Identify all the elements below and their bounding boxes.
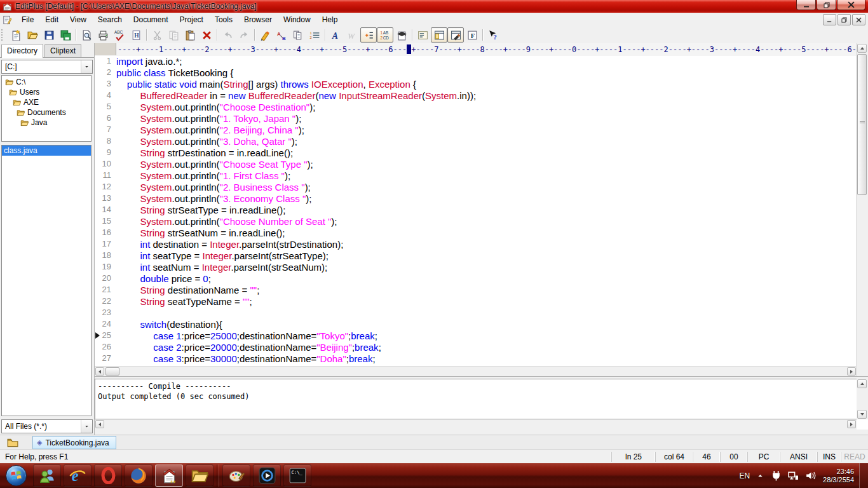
mdi-minimize-button[interactable] <box>823 14 836 25</box>
menu-item-view[interactable]: View <box>64 13 92 26</box>
menu-item-window[interactable]: Window <box>278 13 316 26</box>
code-line-6[interactable]: 6 System.out.println("1. Tokyo, Japan ")… <box>95 113 857 125</box>
code-line-26[interactable]: 26 case 2:price=20000;destinationName="B… <box>95 342 857 353</box>
context-help-button[interactable] <box>485 27 501 43</box>
taskbar-editplus[interactable]: ++ <box>155 464 183 487</box>
undo-button[interactable] <box>219 27 236 43</box>
file-item-classjava[interactable]: class.java <box>2 146 91 156</box>
vertical-scroll-thumb[interactable] <box>857 54 867 195</box>
document-tab-ticketbooking[interactable]: ◈ TicketBooking.java <box>32 436 116 449</box>
code-line-27[interactable]: 27 case 3:price=30000;destinationName="D… <box>95 353 857 365</box>
mdi-close-button[interactable] <box>852 14 865 25</box>
restore-button[interactable] <box>817 0 836 10</box>
code-line-10[interactable]: 10 System.out.println("Choose Seat Type … <box>95 159 857 170</box>
menu-item-file[interactable]: File <box>16 13 39 26</box>
taskbar-paint[interactable] <box>222 464 250 487</box>
scroll-right-button[interactable] <box>847 420 856 428</box>
print-preview-button[interactable] <box>78 27 95 43</box>
menu-item-project[interactable]: Project <box>174 13 209 26</box>
code-line-17[interactable]: 17 int destination = Integer.parseInt(st… <box>95 239 857 250</box>
code-line-16[interactable]: 16 String strSeatNum = in.readLine(); <box>95 227 857 239</box>
code-line-12[interactable]: 12 System.out.println("2. Business Class… <box>95 182 857 193</box>
code-line-4[interactable]: 4 BufferedReader in = new BufferedReader… <box>95 90 857 102</box>
code-line-25[interactable]: 25 case 1:price=25000;destinationName="T… <box>95 330 857 342</box>
network-icon[interactable] <box>785 463 802 488</box>
code-line-19[interactable]: 19 int seatNum = Integer.parseInt(strSea… <box>95 262 857 273</box>
mark-button[interactable] <box>257 27 273 43</box>
spell-check-button[interactable] <box>111 27 128 43</box>
scroll-up-button[interactable] <box>857 379 867 388</box>
copy-button[interactable] <box>165 27 182 43</box>
tree-item-users[interactable]: Users <box>2 87 91 97</box>
toolbar-window-toggle[interactable] <box>447 27 464 43</box>
redo-button[interactable] <box>236 27 252 43</box>
tab-cliptext[interactable]: Cliptext <box>44 44 81 57</box>
tree-item-java[interactable]: Java <box>2 118 91 128</box>
directory-window-toggle[interactable] <box>431 27 447 43</box>
code-line-5[interactable]: 5 System.out.println("Choose Destination… <box>95 102 857 113</box>
tab-directory[interactable]: Directory <box>1 44 43 58</box>
taskbar-internet-explorer[interactable]: e <box>64 464 92 487</box>
code-line-3[interactable]: 3 public static void main(String[] args)… <box>95 79 857 90</box>
code-line-1[interactable]: 1import java.io.*; <box>95 56 857 67</box>
menu-item-tools[interactable]: Tools <box>209 13 238 26</box>
taskbar-start-button[interactable] <box>1 464 31 487</box>
scroll-left-button[interactable] <box>95 420 104 428</box>
code-line-20[interactable]: 20 double price = 0; <box>95 273 857 285</box>
editor-vertical-scrollbar[interactable] <box>856 43 868 376</box>
power-plug-icon[interactable] <box>768 463 785 488</box>
new-document-button[interactable] <box>8 27 24 43</box>
tree-item-axe[interactable]: AXE <box>2 97 91 107</box>
delete-button[interactable] <box>198 27 215 43</box>
language-indicator[interactable]: EN <box>736 463 753 488</box>
find-in-files-button[interactable] <box>290 27 306 43</box>
word-wrap-button[interactable] <box>344 27 360 43</box>
ruler-toggle[interactable] <box>377 27 393 43</box>
title-bar[interactable]: EditPlus [Default] - [C:\Users\AXE\Docum… <box>0 0 868 13</box>
cut-button[interactable] <box>149 27 165 43</box>
code-line-23[interactable]: 23 <box>95 308 857 319</box>
code-line-13[interactable]: 13 System.out.println("3. Economy Class … <box>95 193 857 205</box>
menu-item-help[interactable]: Help <box>316 13 344 26</box>
code-line-24[interactable]: 24 switch(destination){ <box>95 319 857 330</box>
toolbar-drag-handle[interactable] <box>1 29 6 41</box>
taskbar-command-prompt[interactable]: C:\_ <box>283 464 311 487</box>
file-filter-selector[interactable]: All Files (*.*) <box>1 419 93 433</box>
open-file-button[interactable] <box>24 27 41 43</box>
paste-button[interactable] <box>182 27 198 43</box>
menu-item-edit[interactable]: Edit <box>39 13 64 26</box>
print-button[interactable] <box>95 27 111 43</box>
code-line-15[interactable]: 15 System.out.println("Choose Number of … <box>95 216 857 227</box>
menu-item-document[interactable]: Document <box>128 13 174 26</box>
minimize-button[interactable] <box>796 0 816 10</box>
code-line-18[interactable]: 18 int seatType = Integer.parseInt(strSe… <box>95 250 857 262</box>
scroll-down-button[interactable] <box>857 410 867 419</box>
chevron-down-icon[interactable] <box>81 60 92 73</box>
output-window-toggle[interactable] <box>414 27 431 43</box>
goto-line-button[interactable] <box>306 27 323 43</box>
code-line-11[interactable]: 11 System.out.println("1. First Class ")… <box>95 170 857 182</box>
taskbar-media-player[interactable] <box>253 464 281 487</box>
show-desktop-button[interactable] <box>859 463 868 488</box>
mdi-restore-button[interactable] <box>837 14 851 25</box>
hex-view-button[interactable] <box>128 27 144 43</box>
code-editor[interactable]: 1import java.io.*;2public class TicketBo… <box>95 56 857 366</box>
full-screen-button[interactable] <box>464 27 480 43</box>
document-icon[interactable] <box>3 15 12 25</box>
replace-button[interactable] <box>273 27 290 43</box>
taskbar-messenger[interactable] <box>33 464 61 487</box>
code-line-8[interactable]: 8 System.out.println("3. Doha, Qatar "); <box>95 136 857 147</box>
line-number-toggle[interactable] <box>360 27 377 43</box>
scroll-left-button[interactable] <box>95 367 104 376</box>
close-button[interactable] <box>837 0 865 10</box>
tree-item-c[interactable]: C:\ <box>2 77 91 87</box>
save-button[interactable] <box>41 27 57 43</box>
menu-item-browser[interactable]: Browser <box>238 13 278 26</box>
editor-horizontal-scrollbar[interactable] <box>95 366 857 377</box>
cliptext-template-button[interactable] <box>393 27 410 43</box>
scroll-up-button[interactable] <box>857 44 867 53</box>
code-line-21[interactable]: 21 String destinationName = ""; <box>95 285 857 296</box>
tree-item-documents[interactable]: Documents <box>2 107 91 118</box>
horizontal-scroll-thumb[interactable] <box>105 367 119 376</box>
taskbar-opera[interactable] <box>94 464 122 487</box>
